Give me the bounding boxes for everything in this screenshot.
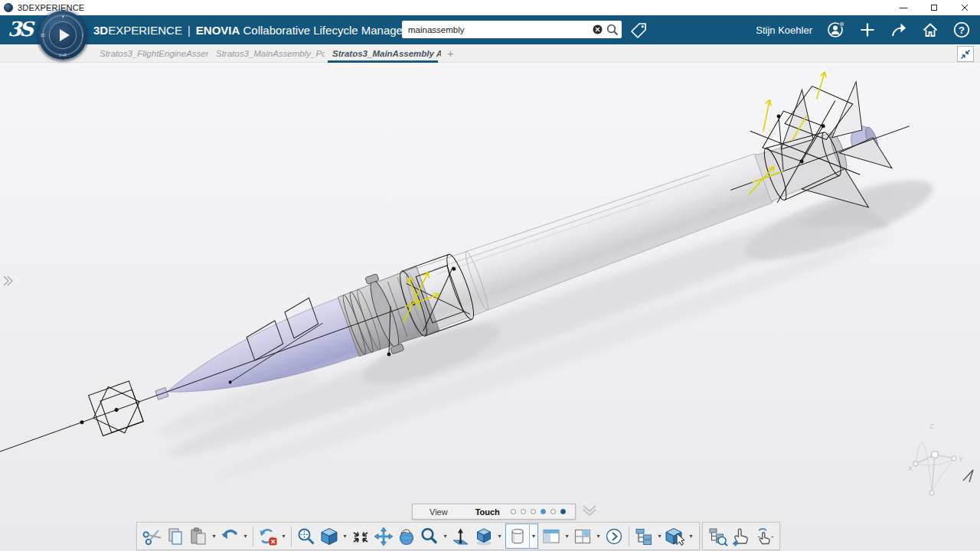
view-cube-button[interactable]	[472, 524, 495, 549]
axis-triad[interactable]	[913, 442, 956, 495]
search-submit-button[interactable]	[605, 21, 620, 38]
paste-icon	[188, 527, 208, 546]
new-tab-button[interactable]: +	[441, 44, 460, 63]
bar-collapse-button[interactable]	[582, 504, 597, 520]
zoom-dropdown[interactable]: ▾	[441, 524, 449, 549]
tree-icon	[634, 527, 654, 546]
axis-y-label: Y	[959, 455, 963, 463]
split-view-dropdown[interactable]: ▾	[563, 524, 571, 549]
user-avatar-icon	[827, 21, 845, 39]
corner-mark-icon	[963, 470, 973, 482]
3d-viewport[interactable]: X Y Z View Touch	[0, 63, 980, 551]
dot-4[interactable]	[541, 509, 546, 514]
undo-button[interactable]	[218, 524, 241, 549]
close-icon	[961, 4, 969, 11]
minimize-button[interactable]	[888, 0, 919, 15]
undo-dropdown[interactable]: ▾	[241, 524, 250, 549]
rotate-button[interactable]	[395, 524, 418, 549]
dot-3[interactable]	[531, 509, 536, 514]
touch-gesture-button[interactable]	[753, 524, 776, 549]
iso-view-dropdown[interactable]: ▾	[341, 524, 349, 549]
page-dots	[509, 509, 575, 514]
share-icon	[890, 21, 907, 38]
render-style-dropdown[interactable]: ▾	[529, 523, 537, 549]
dot-2[interactable]	[521, 509, 526, 514]
copy-button[interactable]	[164, 524, 187, 549]
grid-view-dropdown[interactable]: ▾	[594, 524, 603, 549]
app-header: 3S 3DEXPERIENCE | ENOVIA Collaborative L…	[0, 15, 980, 44]
grid-view-icon	[573, 527, 593, 546]
tree-search-icon	[707, 527, 729, 546]
select-cube-icon	[665, 527, 686, 546]
tree-search-button[interactable]	[707, 524, 730, 549]
zoom-area-button[interactable]	[295, 524, 318, 549]
clear-icon	[593, 24, 603, 34]
view-cube-icon	[474, 527, 494, 546]
dot-5[interactable]	[550, 509, 556, 514]
user-profile-button[interactable]	[827, 21, 845, 39]
grid-view-button[interactable]	[571, 524, 594, 549]
collapse-view-button[interactable]	[957, 46, 974, 62]
search-input[interactable]	[402, 25, 590, 34]
dot-6[interactable]	[560, 509, 566, 514]
split-view-button[interactable]	[540, 524, 563, 549]
fit-all-button[interactable]	[349, 524, 372, 549]
add-selection-button[interactable]	[730, 524, 753, 549]
tab-bar: Stratos3_FlightEngineAssembl Stratos3_Ma…	[0, 44, 980, 63]
app-icon	[4, 3, 13, 12]
dot-1[interactable]	[511, 509, 516, 514]
hand-plus-icon	[730, 527, 752, 546]
render-style-button[interactable]	[506, 524, 529, 549]
home-button[interactable]	[921, 21, 939, 39]
normal-view-icon	[451, 527, 471, 546]
axis-x-label: X	[908, 465, 913, 472]
minimize-icon	[900, 4, 907, 11]
pan-button[interactable]	[372, 524, 395, 549]
view-touch-bar: View Touch	[412, 504, 576, 520]
double-chevron-down-icon	[582, 504, 597, 517]
toolbar-separator	[629, 527, 629, 546]
touch-mode-button[interactable]: Touch	[468, 507, 509, 517]
compass-play-button[interactable]	[49, 21, 77, 49]
tab-main-assembly-posts[interactable]: Stratos3_MainAssembly_PostS	[208, 44, 325, 63]
tab-main-assembly[interactable]: Stratos3_MainAssembly A.1	[325, 44, 441, 63]
paste-button[interactable]	[187, 524, 210, 549]
view-mode-button[interactable]: View	[413, 507, 468, 517]
render-style-active-group: ▾	[505, 523, 538, 549]
search-clear-button[interactable]	[590, 21, 605, 38]
update-dropdown[interactable]: ▾	[279, 524, 288, 549]
play-icon	[58, 29, 68, 41]
add-content-button[interactable]	[858, 21, 877, 39]
update-button[interactable]	[256, 524, 279, 549]
maximize-button[interactable]	[919, 0, 949, 15]
rotate-icon	[397, 527, 416, 546]
tree-button[interactable]	[632, 524, 655, 549]
tag-icon	[630, 22, 647, 39]
share-button[interactable]	[890, 21, 908, 39]
undo-icon	[220, 527, 240, 546]
3dcompass-button[interactable]: ● 3D i V+R	[38, 11, 87, 60]
collapse-icon	[960, 49, 971, 60]
zoom-button[interactable]	[418, 524, 441, 549]
select-cube-button[interactable]	[664, 524, 687, 549]
tab-flight-engine-assembly[interactable]: Stratos3_FlightEngineAssembl	[92, 44, 208, 63]
tree-dropdown[interactable]: ▾	[655, 524, 664, 549]
paste-dropdown[interactable]: ▾	[210, 524, 218, 549]
app-title: 3DEXPERIENCE | ENOVIA Collaborative Life…	[93, 15, 428, 44]
split-view-icon	[541, 527, 561, 546]
toolbar-main-panel: ▾ ▾ ▾	[136, 522, 700, 550]
select-cube-dropdown[interactable]: ▾	[687, 524, 695, 549]
home-icon	[922, 21, 939, 38]
help-button[interactable]: ?	[952, 21, 971, 39]
panel-expand-button[interactable]	[2, 274, 14, 291]
tag-button[interactable]	[629, 21, 648, 40]
plus-icon	[860, 22, 875, 37]
maximize-icon	[930, 4, 938, 11]
close-button[interactable]	[949, 0, 980, 15]
cut-button[interactable]	[141, 524, 164, 549]
view-cube-dropdown[interactable]: ▾	[495, 524, 504, 549]
more-commands-button[interactable]	[603, 524, 626, 549]
normal-view-button[interactable]	[449, 524, 472, 549]
window-titlebar: 3DEXPERIENCE	[0, 0, 980, 15]
iso-view-button[interactable]	[318, 524, 341, 549]
